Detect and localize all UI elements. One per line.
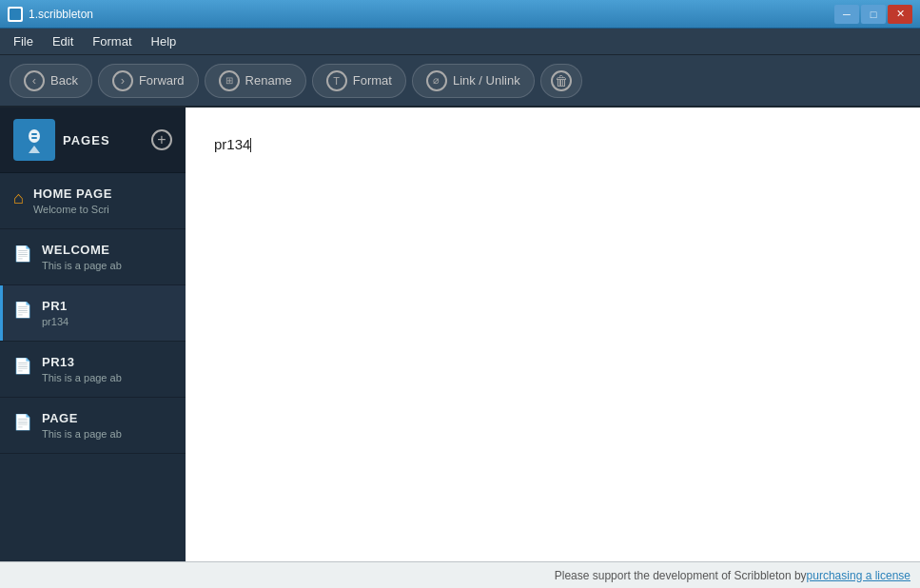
- sidebar-item-page-preview: This is a page ab: [42, 428, 172, 440]
- sidebar-item-welcome-preview: This is a page ab: [42, 260, 172, 271]
- sidebar-item-pr1-preview: pr134: [42, 316, 172, 327]
- sidebar-item-welcome[interactable]: 📄 WELCOME This is a page ab: [0, 229, 186, 285]
- sidebar-item-pr13-content: PR13 This is a page ab: [42, 355, 172, 383]
- back-label: Back: [50, 73, 78, 88]
- format-button[interactable]: T Format: [312, 64, 406, 98]
- content-area: PAGES + ⌂ HOME PAGE Welcome to Scri 📄 WE…: [0, 108, 920, 561]
- link-button[interactable]: ⌀ Link / Unlink: [412, 64, 535, 98]
- main-area: ‹ Back › Forward ⊞ Rename T Format ⌀ Lin…: [0, 55, 920, 588]
- svg-rect-3: [31, 133, 37, 135]
- sidebar-item-pr1-content: PR1 pr134: [42, 299, 172, 327]
- titlebar-buttons: ─ □ ✕: [834, 5, 912, 24]
- sidebar-item-home-content: HOME PAGE Welcome to Scri: [33, 186, 172, 215]
- statusbar: Please support the development of Scribb…: [0, 561, 920, 588]
- menu-edit[interactable]: Edit: [43, 30, 83, 52]
- statusbar-text: Please support the development of Scribb…: [555, 569, 807, 582]
- menu-format[interactable]: Format: [83, 30, 141, 52]
- doc-icon-pr13: 📄: [13, 357, 32, 375]
- toolbar: ‹ Back › Forward ⊞ Rename T Format ⌀ Lin…: [0, 55, 920, 108]
- purchase-link[interactable]: purchasing a license: [807, 569, 910, 582]
- sidebar-item-home-preview: Welcome to Scri: [33, 204, 172, 215]
- link-icon: ⌀: [426, 70, 447, 91]
- sidebar-item-home[interactable]: ⌂ HOME PAGE Welcome to Scri: [0, 173, 186, 229]
- close-button[interactable]: ✕: [888, 5, 912, 24]
- app-logo: [13, 119, 55, 161]
- svg-point-1: [29, 129, 40, 143]
- sidebar-item-page[interactable]: 📄 PAGE This is a page ab: [0, 398, 186, 454]
- delete-icon: 🗑: [551, 70, 572, 91]
- rename-button[interactable]: ⊞ Rename: [205, 64, 306, 98]
- menu-help[interactable]: Help: [142, 30, 186, 52]
- sidebar-title: PAGES: [63, 133, 110, 147]
- add-page-button[interactable]: +: [151, 129, 172, 150]
- back-button[interactable]: ‹ Back: [10, 64, 92, 98]
- home-icon: ⌂: [13, 188, 24, 208]
- forward-icon: ›: [112, 70, 133, 91]
- link-label: Link / Unlink: [453, 73, 520, 88]
- menubar: File Edit Format Help: [0, 29, 920, 55]
- sidebar: PAGES + ⌂ HOME PAGE Welcome to Scri 📄 WE…: [0, 108, 186, 561]
- menu-file[interactable]: File: [4, 30, 43, 52]
- titlebar-title: 1.scribbleton: [29, 8, 93, 21]
- sidebar-item-pr13[interactable]: 📄 PR13 This is a page ab: [0, 342, 186, 398]
- sidebar-header: PAGES +: [0, 108, 186, 173]
- sidebar-item-pr13-title: PR13: [42, 355, 172, 369]
- cursor: [250, 138, 251, 152]
- rename-icon: ⊞: [219, 70, 240, 91]
- app-icon: [8, 7, 23, 22]
- sidebar-item-page-content: PAGE This is a page ab: [42, 411, 172, 440]
- forward-button[interactable]: › Forward: [98, 64, 199, 98]
- titlebar-left: 1.scribbleton: [8, 7, 93, 22]
- doc-icon-pr1: 📄: [13, 301, 32, 319]
- editor-content[interactable]: pr134: [214, 136, 891, 152]
- back-icon: ‹: [24, 70, 45, 91]
- maximize-button[interactable]: □: [861, 5, 886, 24]
- sidebar-item-page-title: PAGE: [42, 411, 172, 425]
- svg-rect-4: [31, 137, 37, 139]
- editor-area[interactable]: pr134: [186, 108, 920, 561]
- sidebar-item-welcome-title: WELCOME: [42, 243, 172, 257]
- sidebar-item-pr1[interactable]: 📄 PR1 pr134: [0, 285, 186, 342]
- rename-label: Rename: [245, 73, 292, 88]
- editor-text: pr134: [214, 136, 250, 152]
- format-icon: T: [326, 70, 347, 91]
- titlebar: 1.scribbleton ─ □ ✕: [0, 0, 920, 29]
- svg-rect-0: [10, 9, 21, 20]
- sidebar-item-pr13-preview: This is a page ab: [42, 372, 172, 383]
- sidebar-item-welcome-content: WELCOME This is a page ab: [42, 243, 172, 271]
- delete-button[interactable]: 🗑: [540, 64, 582, 98]
- forward-label: Forward: [139, 73, 185, 88]
- minimize-button[interactable]: ─: [834, 5, 859, 24]
- svg-marker-2: [29, 146, 40, 153]
- sidebar-item-home-title: HOME PAGE: [33, 186, 172, 201]
- sidebar-item-pr1-title: PR1: [42, 299, 172, 313]
- doc-icon-welcome: 📄: [13, 245, 32, 263]
- doc-icon-page: 📄: [13, 413, 32, 431]
- format-label: Format: [353, 73, 392, 88]
